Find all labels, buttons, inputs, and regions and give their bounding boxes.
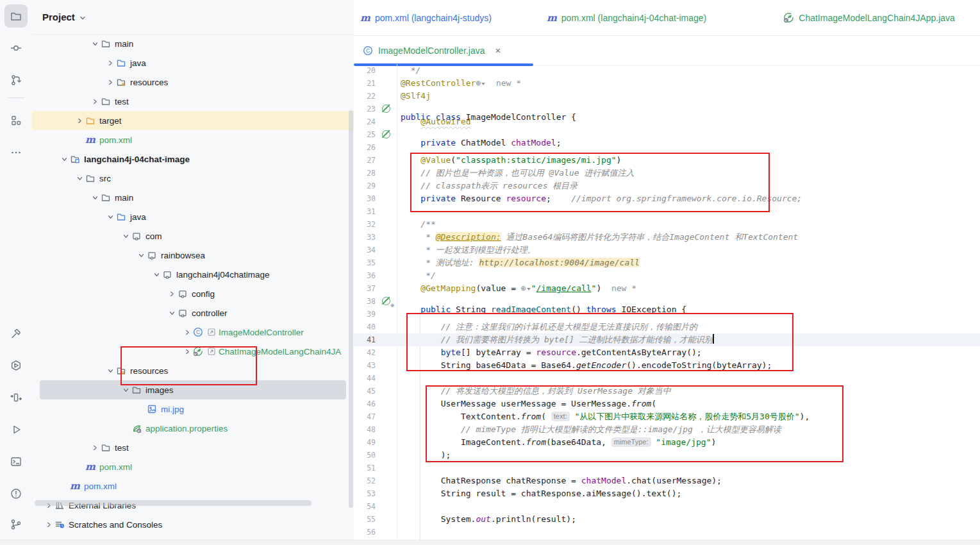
chevron-right-icon[interactable] xyxy=(74,115,85,126)
chevron-down-icon[interactable] xyxy=(151,269,162,280)
chevron-down-icon[interactable] xyxy=(167,308,177,318)
tree-item-resources[interactable]: resources xyxy=(32,72,354,92)
window-tab-3[interactable]: ChatImageModelLangChain4JApp.java xyxy=(783,12,955,23)
chevron-down-icon[interactable] xyxy=(120,231,131,241)
chevron-right-icon[interactable] xyxy=(90,442,100,453)
modules-icon[interactable] xyxy=(4,386,28,409)
tree-item-src[interactable]: src xyxy=(32,169,354,188)
code-line-38[interactable]: 38 public String readImageContent() thro… xyxy=(354,295,980,308)
chevron-down-icon[interactable] xyxy=(136,250,146,260)
branch-graph-icon[interactable] xyxy=(4,69,28,92)
chevron-down-icon[interactable] xyxy=(90,192,100,203)
code-line-20[interactable]: 20 */ xyxy=(354,64,980,77)
tree-item-main[interactable]: main xyxy=(32,34,354,53)
code-line-45[interactable]: 45 // 将发送给大模型的信息，封装到 UserMessage 对象当中 xyxy=(354,385,980,398)
chevron-right-icon[interactable] xyxy=(182,327,192,337)
tree-item-langchain4j04chatimage[interactable]: langchain4j04chatimage xyxy=(32,265,354,284)
chevron-right-icon[interactable] xyxy=(44,519,54,530)
code-line-55[interactable]: 55 System.out.println(result); xyxy=(354,513,980,526)
code-line-44[interactable]: 44 xyxy=(354,372,980,385)
code-line-53[interactable]: 53 String result = chatResponse.aiMessag… xyxy=(354,487,980,500)
tree-item-langchain4j-04chat-image[interactable]: langchain4j-04chat-image xyxy=(32,149,354,169)
code-line-35[interactable]: 35 * 测试地址: http://localhost:9004/image/c… xyxy=(354,256,980,269)
code-line-21[interactable]: 21@RestController⊕ new * xyxy=(354,77,980,90)
tree-item-controller[interactable]: controller xyxy=(32,303,354,323)
code-line-43[interactable]: 43 String base64Data = Base64.getEncoder… xyxy=(354,359,980,372)
code-line-37[interactable]: 37 @GetMapping(value = ⊕"/image/call") n… xyxy=(354,282,980,295)
chevron-right-icon[interactable] xyxy=(167,289,177,299)
code-line-31[interactable]: 31 xyxy=(354,205,980,218)
chevron-down-icon[interactable] xyxy=(59,154,69,164)
chevron-right-icon[interactable] xyxy=(182,346,192,356)
code-line-52[interactable]: 52 ChatResponse chatResponse = chatModel… xyxy=(354,474,980,487)
code-line-41[interactable]: 41 // 我们需要将图片转换为 byte[] 二进制比特数据才能传输，才能识别 xyxy=(354,333,980,346)
url-globe-icon[interactable]: ⊕ xyxy=(476,78,486,88)
services-icon[interactable] xyxy=(4,354,28,377)
run-icon[interactable] xyxy=(4,418,28,441)
terminal-icon[interactable] xyxy=(4,450,28,473)
window-tab-2[interactable]: mpom.xml (langchain4j-04chat-image) xyxy=(547,13,706,23)
code-line-26[interactable]: 26 xyxy=(354,141,980,154)
tree-item-main[interactable]: main xyxy=(32,188,354,207)
code-line-39[interactable]: 39 xyxy=(354,308,980,321)
spring-bean-gutter-icon[interactable] xyxy=(382,130,390,138)
project-folder-icon[interactable] xyxy=(4,4,28,28)
tree-item-scratches-and-consoles[interactable]: Scratches and Consoles xyxy=(32,515,354,534)
structure-icon[interactable] xyxy=(4,109,28,132)
code-line-50[interactable]: 50 ); xyxy=(354,449,980,462)
code-editor[interactable]: 20 */21@RestController⊕ new *22@Slf4j23p… xyxy=(354,64,980,541)
tree-item-resources[interactable]: resources xyxy=(32,361,354,380)
spring-bean-gutter-icon[interactable] xyxy=(382,105,390,113)
project-panel-header[interactable]: Project xyxy=(32,0,354,35)
code-line-48[interactable]: 48 // mimeType 指明让大模型解读的文件类型是::image/jpg… xyxy=(354,423,980,436)
tree-item-com[interactable]: com xyxy=(32,226,354,246)
code-line-27[interactable]: 27 @Value("classpath:static/images/mi.jp… xyxy=(354,154,980,167)
code-line-36[interactable]: 36 */ xyxy=(354,269,980,282)
code-line-24[interactable]: 24 @Autowired xyxy=(354,115,980,128)
chevron-right-icon[interactable] xyxy=(105,58,115,68)
git-branch-icon[interactable] xyxy=(4,513,28,536)
problems-icon[interactable] xyxy=(4,482,28,505)
tree-item-pom-xml[interactable]: mpom.xml xyxy=(32,457,354,476)
tree-item-config[interactable]: config xyxy=(32,284,354,303)
chevron-right-icon[interactable] xyxy=(90,96,100,106)
code-line-32[interactable]: 32 /** xyxy=(354,218,980,231)
code-line-33[interactable]: 33 * @Description: 通过Base64编码将图片转化为字符串，结… xyxy=(354,231,980,244)
code-line-47[interactable]: 47 TextContent.from( text: "从以下图片中获取来源网站… xyxy=(354,410,980,423)
window-tab-1[interactable]: mpom.xml (langchain4j-studys) xyxy=(360,13,492,23)
tree-item-imagemodelcontroller[interactable]: CImageModelController xyxy=(32,323,354,342)
commit-icon[interactable] xyxy=(4,37,28,60)
code-line-30[interactable]: 30 private Resource resource; //import o… xyxy=(354,192,980,205)
code-line-23[interactable]: 23public class ImageModelController { xyxy=(354,103,980,115)
tree-item-java[interactable]: java xyxy=(32,207,354,226)
chevron-down-icon[interactable] xyxy=(120,385,131,395)
spring-bean-gutter-icon[interactable] xyxy=(382,297,390,305)
code-line-46[interactable]: 46 UserMessage userMessage = UserMessage… xyxy=(354,398,980,410)
code-line-25[interactable]: 25 private ChatModel chatModel; xyxy=(354,128,980,141)
code-line-49[interactable]: 49 ImageContent.from(base64Data, mimeTyp… xyxy=(354,436,980,449)
file-tab-imagemodelcontroller[interactable]: C ImageModelController.java × xyxy=(354,45,510,56)
build-hammer-icon[interactable] xyxy=(4,322,28,345)
tree-item-rainbowsea[interactable]: rainbowsea xyxy=(32,246,354,265)
code-line-40[interactable]: 40 // 注意：这里我们的计算机还是大模型是无法直接识别，传输图片的 xyxy=(354,321,980,333)
code-line-28[interactable]: 28 // 图片也是一种资源，也可以用 @Value 进行赋值注入 xyxy=(354,167,980,180)
project-panel-horizontal-scrollbar[interactable] xyxy=(35,500,311,506)
code-line-29[interactable]: 29 // classpath表示 resources 根目录 xyxy=(354,180,980,192)
tree-item-test[interactable]: test xyxy=(32,92,354,111)
code-line-54[interactable]: 54 xyxy=(354,500,980,513)
more-icon[interactable] xyxy=(4,141,28,164)
project-panel-vertical-scrollbar[interactable] xyxy=(349,110,353,508)
chevron-down-icon[interactable] xyxy=(105,212,115,222)
tree-item-chatimagemodellangchain4ja[interactable]: ChatImageModelLangChain4JA xyxy=(32,342,354,361)
url-globe-icon[interactable]: ⊕ xyxy=(521,283,531,293)
tree-item-application-properties[interactable]: application.properties xyxy=(32,419,354,438)
close-icon[interactable]: × xyxy=(495,45,501,56)
tree-item-target[interactable]: target xyxy=(32,111,354,130)
code-line-42[interactable]: 42 byte[] byteArray = resource.getConten… xyxy=(354,346,980,359)
chevron-down-icon[interactable] xyxy=(105,365,115,376)
chevron-down-icon[interactable] xyxy=(74,173,85,183)
tree-item-images[interactable]: images xyxy=(32,380,354,399)
chevron-right-icon[interactable] xyxy=(105,77,115,87)
code-line-51[interactable]: 51 xyxy=(354,462,980,474)
code-line-22[interactable]: 22@Slf4j xyxy=(354,90,980,103)
